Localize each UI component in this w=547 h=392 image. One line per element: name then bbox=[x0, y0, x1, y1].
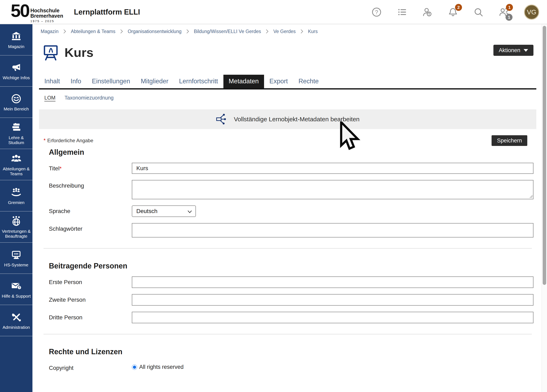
contacts-icon[interactable]: 1 1 bbox=[499, 7, 509, 17]
tools-icon bbox=[10, 311, 22, 323]
megaphone-icon bbox=[10, 62, 22, 73]
mail-help-icon: ? bbox=[10, 280, 22, 292]
chevron-right-icon bbox=[300, 29, 303, 34]
sprache-label: Sprache bbox=[49, 205, 132, 215]
tab-rechte[interactable]: Rechte bbox=[293, 75, 324, 88]
tab-bar: Inhalt Info Einstellungen Mitglieder Ler… bbox=[39, 75, 536, 89]
sidebar-item-lehre-studium[interactable]: Lehre & Studium bbox=[0, 118, 33, 149]
caret-down-icon bbox=[524, 49, 528, 52]
breadcrumb-item-current[interactable]: Kurs bbox=[308, 29, 318, 34]
sidebar-item-administration[interactable]: Administration bbox=[0, 305, 33, 336]
sidebar-item-gremien[interactable]: Gremien bbox=[0, 180, 33, 211]
globe-people-icon bbox=[10, 215, 22, 227]
erste-person-label: Erste Person bbox=[49, 277, 132, 285]
breadcrumb: Magazin Abteilungen & Teams Organisation… bbox=[33, 25, 542, 38]
sidebar-item-abteilungen-teams[interactable]: Abteilungen & Teams bbox=[0, 149, 33, 180]
sidebar-item-wichtige-infos[interactable]: Wichtige Infos bbox=[0, 55, 33, 87]
notifications-bell-icon[interactable]: 2 bbox=[448, 7, 458, 17]
main-content: Magazin Abteilungen & Teams Organisation… bbox=[33, 25, 542, 392]
zweite-person-input[interactable] bbox=[132, 294, 533, 306]
sprache-selected-value: Deutsch bbox=[136, 208, 157, 215]
svg-text:?: ? bbox=[375, 9, 378, 15]
scrollbar-thumb[interactable] bbox=[543, 26, 546, 285]
titel-input[interactable] bbox=[132, 163, 533, 174]
required-note: *Erforderliche Angabe bbox=[43, 137, 93, 144]
chevron-right-icon bbox=[266, 29, 269, 34]
actions-button[interactable]: Aktionen bbox=[493, 45, 533, 56]
subtab-lom[interactable]: LOM bbox=[44, 95, 55, 101]
erste-person-input[interactable] bbox=[132, 277, 533, 288]
user-status-icon[interactable] bbox=[422, 7, 433, 17]
subtab-taxonomiezuordnung[interactable]: Taxonomiezuordnung bbox=[64, 95, 114, 101]
share-nodes-icon bbox=[216, 113, 229, 126]
banner-label: Vollständige Lernobjekt-Metadaten bearbe… bbox=[234, 116, 360, 123]
sidebar-item-hilfe-support[interactable]: ? Hilfe & Support bbox=[0, 274, 33, 305]
sprache-select[interactable]: Deutsch bbox=[132, 205, 196, 217]
tab-metadaten[interactable]: Metadaten bbox=[223, 75, 264, 88]
books-icon bbox=[10, 122, 22, 133]
logo-50: 50 bbox=[11, 2, 29, 19]
edit-full-metadata-banner[interactable]: Vollständige Lernobjekt-Metadaten bearbe… bbox=[39, 109, 536, 129]
main-menu-list-icon[interactable] bbox=[397, 7, 407, 17]
people-group-icon bbox=[10, 153, 22, 164]
section-heading-allgemein: Allgemein bbox=[39, 148, 536, 157]
logo-line1: Hochschule bbox=[30, 8, 63, 13]
committee-icon bbox=[10, 187, 22, 198]
breadcrumb-item[interactable]: Magazin bbox=[41, 29, 59, 34]
tab-lernfortschritt[interactable]: Lernfortschritt bbox=[174, 75, 223, 88]
contacts-badge: 1 bbox=[506, 4, 513, 11]
top-header: 50 Hochschule Bremerhaven 1975 – 2025 Le… bbox=[0, 0, 547, 24]
copyright-label: Copyright bbox=[49, 362, 132, 371]
page-title: Kurs bbox=[64, 45, 93, 60]
tab-info[interactable]: Info bbox=[65, 75, 87, 88]
beschreibung-label: Beschreibung bbox=[49, 180, 132, 189]
section-divider bbox=[43, 248, 532, 249]
dritte-person-input[interactable] bbox=[132, 312, 533, 323]
course-board-icon bbox=[42, 43, 59, 61]
chevron-right-icon bbox=[120, 29, 123, 34]
schlagwoerter-input[interactable] bbox=[132, 223, 533, 237]
breadcrumb-item[interactable]: Organisationsentwicklung bbox=[128, 29, 182, 34]
tab-inhalt[interactable]: Inhalt bbox=[39, 75, 65, 88]
beschreibung-textarea[interactable] bbox=[132, 180, 533, 199]
sidebar-item-magazin[interactable]: Magazin bbox=[0, 24, 33, 55]
subtab-bar: LOM Taxonomiezuordnung bbox=[39, 89, 536, 101]
notifications-badge: 2 bbox=[455, 4, 462, 11]
contacts-badge-secondary: 1 bbox=[506, 14, 513, 21]
titel-label: Titel* bbox=[49, 163, 132, 172]
schlagwoerter-label: Schlagwörter bbox=[49, 223, 132, 232]
copyright-radio-all-rights-reserved[interactable] bbox=[132, 365, 137, 370]
app-title: Lernplattform ELLI bbox=[74, 8, 140, 16]
chevron-down-icon bbox=[187, 210, 192, 214]
monitor-password-icon bbox=[10, 249, 22, 260]
dritte-person-label: Dritte Person bbox=[49, 312, 132, 321]
logo-years: 1975 – 2025 bbox=[30, 19, 63, 23]
avatar[interactable]: VG bbox=[524, 5, 539, 20]
hochschule-bremerhaven-logo: 50 Hochschule Bremerhaven 1975 – 2025 bbox=[11, 2, 63, 23]
chevron-right-icon bbox=[63, 29, 66, 34]
tab-export[interactable]: Export bbox=[264, 75, 293, 88]
search-icon[interactable] bbox=[473, 7, 484, 17]
smiley-icon bbox=[10, 93, 22, 104]
sidebar-item-hs-systeme[interactable]: HS-Systeme bbox=[0, 243, 33, 274]
svg-text:?: ? bbox=[19, 286, 20, 289]
section-heading-rechte: Rechte und Lizenzen bbox=[39, 347, 536, 356]
section-divider bbox=[43, 334, 532, 334]
copyright-radio-label[interactable]: All rights reserved bbox=[139, 364, 184, 370]
sidebar-item-mein-bereich[interactable]: Mein Bereich bbox=[0, 87, 33, 118]
help-icon[interactable]: ? bbox=[371, 7, 382, 17]
sidebar: Magazin Wichtige Infos Mein Bereich Lehr… bbox=[0, 24, 33, 392]
bank-icon bbox=[10, 31, 22, 42]
breadcrumb-item[interactable]: Abteilungen & Teams bbox=[71, 29, 115, 34]
breadcrumb-item[interactable]: Bildung/Wissen/ELLI Ve Gerdes bbox=[194, 29, 261, 34]
logo-line2: Bremerhaven bbox=[30, 13, 63, 19]
save-button[interactable]: Speichern bbox=[492, 135, 527, 146]
sidebar-item-vertretungen-beauftragte[interactable]: Vertretungen & Beauftragte bbox=[0, 211, 33, 243]
breadcrumb-item[interactable]: Ve Gerdes bbox=[273, 29, 296, 34]
tab-einstellungen[interactable]: Einstellungen bbox=[87, 75, 136, 88]
section-heading-beitragende: Beitragende Personen bbox=[39, 262, 536, 270]
zweite-person-label: Zweite Person bbox=[49, 294, 132, 303]
vertical-scrollbar[interactable] bbox=[542, 24, 547, 392]
tab-mitglieder[interactable]: Mitglieder bbox=[136, 75, 174, 88]
chevron-right-icon bbox=[186, 29, 189, 34]
